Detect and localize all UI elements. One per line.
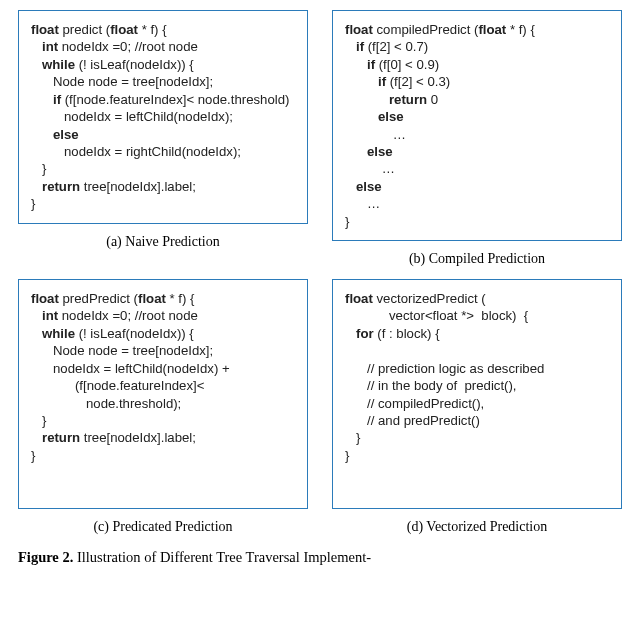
kw-float: float [31,22,59,37]
code-text: (f[2] < 0.3) [386,74,450,89]
kw-float: float [345,291,373,306]
code-text [345,179,356,194]
code-text: vector<float *> block) { [345,308,528,323]
code-text: } [345,448,349,463]
code-text [31,308,42,323]
kw-return: return [42,430,80,445]
code-text: … [345,161,395,176]
code-text: … [345,196,380,211]
code-text [345,144,367,159]
code-blank [345,343,349,358]
code-text: nodeIdx = leftChild(nodeIdx); [31,109,233,124]
code-text [345,39,356,54]
panel-b: float compiledPredict (float * f) { if (… [332,10,622,267]
code-text: } [31,161,46,176]
code-text: * f) { [166,291,195,306]
kw-float: float [110,22,138,37]
code-text [31,179,42,194]
code-text: } [31,196,35,211]
code-text [345,57,367,72]
kw-float: float [31,291,59,306]
kw-float: float [478,22,506,37]
code-text: … [345,127,406,142]
code-text [31,92,53,107]
code-text: 0 [427,92,438,107]
code-text: } [345,214,349,229]
kw-else: else [53,127,79,142]
kw-while: while [42,326,75,341]
code-text: nodeIdx =0; //root node [58,308,198,323]
kw-else: else [378,109,404,124]
code-text: Node node = tree[nodeIdx]; [31,343,213,358]
code-text [31,326,42,341]
kw-int: int [42,308,58,323]
code-text: compiledPredict ( [373,22,479,37]
code-text: (f[node.featureIndex]< [31,378,204,393]
code-text: predPredict ( [59,291,138,306]
kw-int: int [42,39,58,54]
code-panels-row-2: float predPredict (float * f) { int node… [18,279,622,535]
code-text: * f) { [506,22,535,37]
caption-d: (d) Vectorized Prediction [407,519,547,535]
kw-float: float [138,291,166,306]
code-text: (f : block) { [374,326,440,341]
code-text [31,39,42,54]
figure-label: Figure 2. [18,549,73,565]
kw-if: if [367,57,375,72]
code-text [345,92,389,107]
code-text: Node node = tree[nodeIdx]; [31,74,213,89]
code-text [31,57,42,72]
code-text [31,127,53,142]
code-text: } [31,413,46,428]
code-text: // prediction logic as described [345,361,544,376]
code-text: } [345,430,360,445]
kw-return: return [42,179,80,194]
code-text: // and predPredict() [345,413,480,428]
code-text: predict ( [59,22,110,37]
kw-else: else [367,144,393,159]
kw-if: if [356,39,364,54]
caption-b: (b) Compiled Prediction [409,251,545,267]
kw-float: float [345,22,373,37]
code-text: (f[2] < 0.7) [364,39,428,54]
code-text: node.threshold); [31,396,181,411]
code-text: // compiledPredict(), [345,396,484,411]
panel-a: float predict (float * f) { int nodeIdx … [18,10,308,267]
caption-a: (a) Naive Prediction [106,234,220,250]
caption-c: (c) Predicated Prediction [93,519,232,535]
code-text: vectorizedPredict ( [373,291,486,306]
panel-d: float vectorizedPredict ( vector<float *… [332,279,622,535]
kw-if: if [378,74,386,89]
code-text: (! isLeaf(nodeIdx)) { [75,326,194,341]
kw-return: return [389,92,427,107]
codebox-predicated: float predPredict (float * f) { int node… [18,279,308,509]
figure-line: Figure 2. Illustration of Different Tree… [18,547,622,569]
code-text [345,326,356,341]
kw-if: if [53,92,61,107]
code-text: (f[0] < 0.9) [375,57,439,72]
codebox-compiled: float compiledPredict (float * f) { if (… [332,10,622,241]
code-text: tree[nodeIdx].label; [80,430,196,445]
code-text: * f) { [138,22,167,37]
code-text: tree[nodeIdx].label; [80,179,196,194]
codebox-vectorized: float vectorizedPredict ( vector<float *… [332,279,622,509]
code-text [345,109,378,124]
codebox-naive: float predict (float * f) { int nodeIdx … [18,10,308,224]
kw-for: for [356,326,374,341]
code-panels-row-1: float predict (float * f) { int nodeIdx … [18,10,622,267]
code-text: nodeIdx =0; //root node [58,39,198,54]
code-text: } [31,448,35,463]
kw-else: else [356,179,382,194]
panel-c: float predPredict (float * f) { int node… [18,279,308,535]
code-text: (! isLeaf(nodeIdx)) { [75,57,194,72]
code-text: // in the body of predict(), [345,378,517,393]
code-text: nodeIdx = rightChild(nodeIdx); [31,144,241,159]
code-text: (f[node.featureIndex]< node.threshold) [61,92,289,107]
code-text [31,430,42,445]
figure-text: Illustration of Different Tree Traversal… [73,549,371,565]
code-text: nodeIdx = leftChild(nodeIdx) + [31,361,230,376]
code-text [345,74,378,89]
kw-while: while [42,57,75,72]
